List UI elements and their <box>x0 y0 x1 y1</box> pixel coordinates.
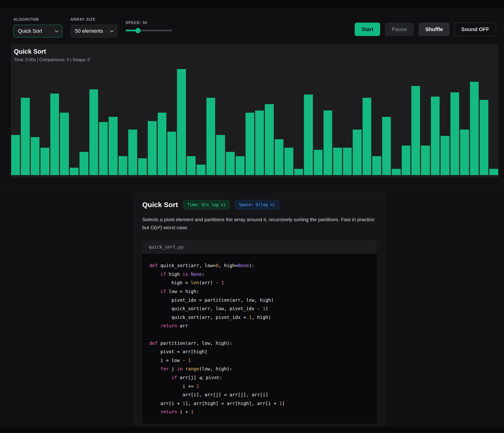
code-line: return arr <box>149 322 372 330</box>
code-line: i = low - 1 <box>149 356 372 365</box>
array-bar <box>411 86 420 175</box>
code-line: pivot_idx = partition(arr, low, high) <box>149 296 372 305</box>
visualizer-panel: Quick Sort Time: 0.00s | Comparisons: 0 … <box>11 44 499 178</box>
section-divider <box>0 186 504 186</box>
array-size-group: ARRAY SIZE 50 elements <box>70 17 117 37</box>
array-bar <box>40 147 49 175</box>
code-block: quick_sort.py def quick_sort(arr, low=0,… <box>142 240 377 424</box>
speed-slider-thumb[interactable] <box>135 28 141 33</box>
code-line: return i + 1 <box>149 408 372 416</box>
array-bar <box>216 135 225 175</box>
code-line: def quick_sort(arr, low=0, high=None): <box>149 261 372 270</box>
sound-toggle-button[interactable]: Sound OFF <box>454 23 496 36</box>
array-bar <box>148 121 157 175</box>
array-bar <box>167 131 176 175</box>
array-bar <box>206 98 215 175</box>
speed-group: SPEED: 50 <box>126 21 172 31</box>
code-line: for j in range(low, high): <box>149 365 372 373</box>
array-bar <box>382 117 391 175</box>
speed-label: SPEED: 50 <box>126 21 172 25</box>
array-bar <box>275 139 284 175</box>
chevron-down-icon <box>110 28 114 32</box>
space-complexity-badge: Space: O(log n) <box>235 200 279 209</box>
algorithm-select-value: Quick Sort <box>18 28 42 34</box>
array-bar <box>431 96 440 175</box>
array-bar <box>343 147 352 175</box>
array-bar <box>372 156 381 175</box>
array-bar <box>255 110 264 175</box>
code-line: def partition(arr, low, high): <box>149 339 372 348</box>
visualizer-stats: Time: 0.00s | Comparisons: 0 | Swaps: 0 <box>11 55 499 62</box>
array-bar <box>138 158 147 175</box>
array-bar <box>108 117 117 175</box>
array-size-select-value: 50 elements <box>75 28 103 34</box>
algorithm-info-card: Quick Sort Time: O(n log n) Space: O(log… <box>134 193 386 425</box>
array-bar <box>489 169 498 175</box>
toolbar: ALGORITHM Quick Sort ARRAY SIZE 50 eleme… <box>0 8 504 43</box>
array-bar <box>11 135 20 175</box>
code-line: if arr[j] ⩽ pivot: <box>149 373 372 382</box>
array-bar <box>479 100 488 175</box>
code-line: high = len(arr) - 1 <box>149 279 372 287</box>
card-title: Quick Sort <box>142 201 178 209</box>
array-size-select[interactable]: 50 elements <box>70 25 117 37</box>
array-bar <box>284 147 293 175</box>
algorithm-select[interactable]: Quick Sort <box>13 25 63 37</box>
array-bar <box>235 156 244 175</box>
array-bar <box>421 146 430 175</box>
code-line: if high is None: <box>149 270 372 279</box>
array-bar <box>314 150 323 175</box>
array-bar <box>79 152 88 175</box>
bar-chart <box>11 69 499 175</box>
array-bar <box>470 82 479 175</box>
array-bar <box>294 169 303 175</box>
window-bottom-strip <box>0 427 504 433</box>
array-bar <box>118 156 127 175</box>
code-line <box>149 330 372 339</box>
code-filename: quick_sort.py <box>142 240 377 254</box>
code-body: def quick_sort(arr, low=0, high=None): i… <box>142 254 377 424</box>
array-bar <box>402 146 411 175</box>
pause-button[interactable]: Pause <box>385 23 414 36</box>
array-bar <box>265 104 274 175</box>
array-size-label: ARRAY SIZE <box>70 17 117 22</box>
algorithm-group: ALGORITHM Quick Sort <box>13 17 63 37</box>
array-bar <box>99 122 108 175</box>
array-bar <box>158 113 167 175</box>
array-bar <box>21 98 30 175</box>
visualizer-title: Quick Sort <box>11 44 499 55</box>
array-bar <box>50 93 59 175</box>
array-bar <box>196 165 205 175</box>
array-bar <box>333 147 342 175</box>
array-bar <box>89 89 98 175</box>
array-bar <box>352 130 361 175</box>
array-bar <box>441 136 449 175</box>
code-line: arr[i + 1], arr[high] = arr[high], arr[i… <box>149 399 372 408</box>
code-line: arr[i], arr[j] = arr[j], arr[i] <box>149 391 372 399</box>
array-bar <box>392 169 401 175</box>
array-bar <box>450 92 459 175</box>
algorithm-description: Selects a pivot element and partitions t… <box>142 216 378 231</box>
array-bar <box>460 130 469 175</box>
array-bar <box>362 98 371 175</box>
code-line: quick_sort(arr, pivot_idx + 1, high) <box>149 313 372 322</box>
code-line: pivot = arr[high] <box>149 347 372 356</box>
array-bar <box>245 113 254 175</box>
code-line: i += 1 <box>149 382 372 391</box>
window-top-strip <box>0 0 504 8</box>
array-bar <box>70 168 79 175</box>
array-bar <box>128 130 137 175</box>
code-line: quick_sort(arr, low, pivot_idx - 1) <box>149 304 372 313</box>
speed-slider[interactable] <box>126 30 172 31</box>
chevron-down-icon <box>55 28 59 32</box>
time-complexity-badge: Time: O(n log n) <box>183 200 230 209</box>
array-bar <box>304 94 313 175</box>
array-bar <box>226 152 235 175</box>
start-button[interactable]: Start <box>355 23 380 36</box>
array-bar <box>187 156 196 175</box>
array-bar <box>31 137 40 175</box>
algorithm-label: ALGORITHM <box>13 17 63 22</box>
array-bar <box>60 113 69 175</box>
array-bar <box>177 69 186 175</box>
shuffle-button[interactable]: Shuffle <box>419 23 450 36</box>
